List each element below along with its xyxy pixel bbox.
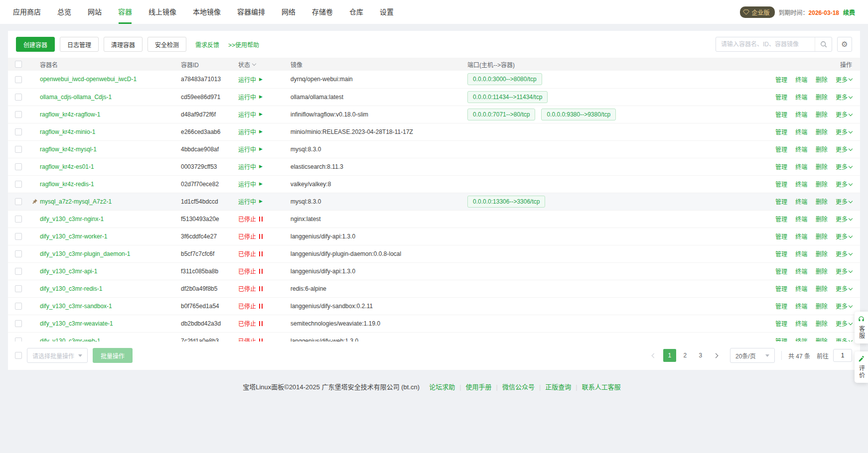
nav-item-1[interactable]: 应用商店 [13, 0, 41, 24]
action-manage[interactable]: 管理 [775, 319, 787, 328]
action-terminal[interactable]: 终端 [795, 302, 807, 310]
action-more[interactable]: 更多 [836, 127, 852, 136]
nav-item-3[interactable]: 网站 [88, 0, 102, 24]
renew-link[interactable]: 续费 [843, 8, 855, 16]
action-manage[interactable]: 管理 [775, 75, 787, 84]
row-checkbox[interactable] [15, 163, 22, 170]
goto-page-input[interactable] [833, 349, 852, 362]
container-name-link[interactable]: ragflow_kr4z-mysql-1 [40, 146, 97, 153]
help-link[interactable]: >>使用帮助 [228, 40, 259, 49]
container-name-link[interactable]: dify_v130_c3mr-api-1 [40, 268, 97, 275]
footer-link-3[interactable]: 微信公众号 [502, 383, 535, 391]
container-name-link[interactable]: dify_v130_c3mr-sandbox-1 [40, 303, 112, 310]
row-checkbox[interactable] [15, 320, 22, 327]
action-terminal[interactable]: 终端 [795, 110, 807, 118]
container-name-link[interactable]: dify_v130_c3mr-weaviate-1 [40, 320, 113, 327]
container-name-link[interactable]: ragflow_kr4z-es01-1 [40, 163, 94, 170]
clean-container-button[interactable]: 清理容器 [104, 37, 143, 52]
action-more[interactable]: 更多 [836, 302, 852, 310]
action-manage[interactable]: 管理 [775, 180, 787, 188]
action-more[interactable]: 更多 [836, 284, 852, 293]
row-checkbox[interactable] [15, 303, 22, 310]
batch-action-select[interactable]: 请选择批量操作 [27, 348, 88, 363]
action-manage[interactable]: 管理 [775, 162, 787, 171]
nav-item-11[interactable]: 设置 [380, 0, 394, 24]
action-manage[interactable]: 管理 [775, 249, 787, 258]
action-terminal[interactable]: 终端 [795, 145, 807, 153]
row-checkbox[interactable] [15, 198, 22, 205]
log-management-button[interactable]: 日志管理 [60, 37, 99, 52]
page-button-3[interactable]: 3 [694, 349, 707, 362]
action-delete[interactable]: 删除 [816, 110, 828, 118]
row-checkbox[interactable] [15, 146, 22, 153]
action-delete[interactable]: 删除 [816, 127, 828, 136]
action-more[interactable]: 更多 [836, 337, 852, 341]
action-delete[interactable]: 删除 [816, 302, 828, 310]
search-input[interactable] [716, 41, 815, 48]
action-delete[interactable]: 删除 [816, 145, 828, 153]
page-button-2[interactable]: 2 [679, 349, 692, 362]
action-delete[interactable]: 删除 [816, 197, 828, 206]
container-name-link[interactable]: ragflow_kr4z-redis-1 [40, 181, 94, 188]
action-more[interactable]: 更多 [836, 249, 852, 258]
footer-link-4[interactable]: 正版查询 [545, 383, 571, 391]
action-manage[interactable]: 管理 [775, 232, 787, 240]
row-checkbox[interactable] [15, 250, 22, 257]
action-more[interactable]: 更多 [836, 197, 852, 206]
container-name-link[interactable]: dify_v130_c3mr-worker-1 [40, 233, 107, 240]
action-manage[interactable]: 管理 [775, 267, 787, 275]
container-name-link[interactable]: mysql_a7z2-mysql_A7z2-1 [40, 198, 112, 205]
action-delete[interactable]: 删除 [816, 319, 828, 328]
action-more[interactable]: 更多 [836, 267, 852, 275]
action-manage[interactable]: 管理 [775, 215, 787, 223]
action-manage[interactable]: 管理 [775, 197, 787, 206]
status-filter[interactable]: 状态 [238, 60, 256, 69]
nav-item-5[interactable]: 线上镜像 [148, 0, 176, 24]
action-delete[interactable]: 删除 [816, 180, 828, 188]
footer-link-2[interactable]: 使用手册 [466, 383, 492, 391]
vip-badge[interactable]: 企业版 [740, 6, 775, 18]
action-manage[interactable]: 管理 [775, 127, 787, 136]
row-checkbox[interactable] [15, 216, 22, 223]
action-more[interactable]: 更多 [836, 110, 852, 118]
nav-item-10[interactable]: 仓库 [349, 0, 363, 24]
row-checkbox[interactable] [15, 268, 22, 275]
container-name-link[interactable]: dify_v130_c3mr-web-1 [40, 338, 100, 342]
action-delete[interactable]: 删除 [816, 232, 828, 240]
action-terminal[interactable]: 终端 [795, 162, 807, 171]
container-name-link[interactable]: ragflow_kr4z-minio-1 [40, 128, 95, 135]
container-name-link[interactable]: ragflow_kr4z-ragflow-1 [40, 111, 100, 118]
review-widget[interactable]: 评价 [855, 351, 868, 383]
batch-action-button[interactable]: 批量操作 [93, 348, 133, 363]
action-more[interactable]: 更多 [836, 180, 852, 188]
security-check-button[interactable]: 安全检测 [147, 37, 186, 52]
action-more[interactable]: 更多 [836, 232, 852, 240]
row-checkbox[interactable] [15, 285, 22, 292]
customer-service-widget[interactable]: 客服 [855, 312, 868, 343]
action-more[interactable]: 更多 [836, 162, 852, 171]
action-delete[interactable]: 删除 [816, 284, 828, 293]
feedback-link[interactable]: 需求反馈 [195, 40, 219, 49]
action-delete[interactable]: 删除 [816, 162, 828, 171]
action-terminal[interactable]: 终端 [795, 215, 807, 223]
action-terminal[interactable]: 终端 [795, 337, 807, 341]
action-terminal[interactable]: 终端 [795, 93, 807, 101]
action-delete[interactable]: 删除 [816, 215, 828, 223]
action-manage[interactable]: 管理 [775, 284, 787, 293]
select-all-checkbox[interactable] [15, 61, 22, 68]
action-manage[interactable]: 管理 [775, 337, 787, 341]
row-checkbox[interactable] [15, 128, 22, 135]
action-manage[interactable]: 管理 [775, 110, 787, 118]
footer-link-1[interactable]: 论坛求助 [429, 383, 455, 391]
action-delete[interactable]: 删除 [816, 249, 828, 258]
container-name-link[interactable]: ollama_cdjs-ollama_Cdjs-1 [40, 94, 112, 101]
nav-item-8[interactable]: 网络 [282, 0, 295, 24]
nav-item-7[interactable]: 容器编排 [237, 0, 265, 24]
action-more[interactable]: 更多 [836, 75, 852, 84]
action-terminal[interactable]: 终端 [795, 267, 807, 275]
action-manage[interactable]: 管理 [775, 302, 787, 310]
action-terminal[interactable]: 终端 [795, 319, 807, 328]
container-name-link[interactable]: dify_v130_c3mr-redis-1 [40, 285, 102, 292]
action-delete[interactable]: 删除 [816, 75, 828, 84]
row-checkbox[interactable] [15, 76, 22, 83]
